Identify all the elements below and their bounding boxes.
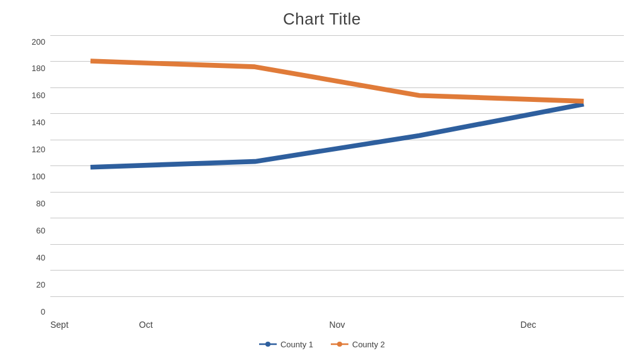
line-county-2 (91, 61, 584, 101)
legend-line-county2 (331, 340, 348, 348)
y-axis: 020406080100120140160180200 (20, 35, 50, 335)
y-axis-label: 200 (31, 38, 45, 46)
legend-item-county2: County 2 (331, 340, 385, 349)
y-axis-label: 140 (31, 118, 45, 126)
legend-item-county1: County 1 (259, 340, 313, 349)
legend: County 1 County 2 (259, 340, 385, 349)
legend-label-county1: County 1 (280, 340, 313, 349)
chart-svg (50, 35, 624, 322)
plot-area: SeptOctNovDec (50, 35, 624, 335)
y-axis-label: 180 (31, 64, 45, 72)
svg-point-3 (337, 342, 342, 347)
y-axis-label: 160 (31, 91, 45, 99)
y-axis-label: 0 (41, 308, 45, 316)
chart-title: Chart Title (283, 9, 361, 29)
grid-and-lines (50, 35, 624, 316)
y-axis-label: 100 (31, 172, 45, 181)
chart-area: 020406080100120140160180200 SeptOctNovDe… (20, 35, 624, 335)
legend-label-county2: County 2 (352, 340, 385, 349)
legend-line-county1 (259, 340, 277, 348)
svg-point-1 (265, 342, 270, 347)
line-county-1 (91, 104, 584, 167)
y-axis-label: 120 (31, 145, 45, 154)
y-axis-label: 60 (36, 227, 45, 235)
y-axis-label: 20 (36, 281, 45, 289)
y-axis-label: 80 (36, 199, 45, 208)
y-axis-label: 40 (36, 254, 45, 262)
chart-container: Chart Title 020406080100120140160180200 … (20, 9, 624, 349)
